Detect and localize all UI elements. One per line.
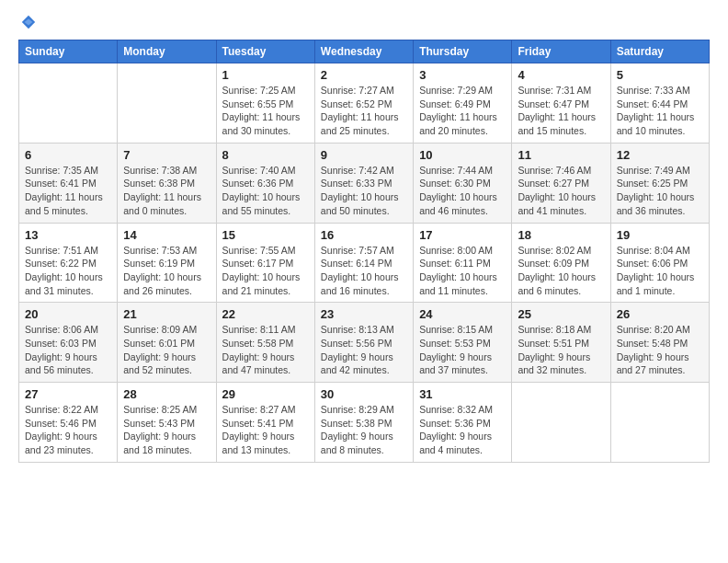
day-info: Sunrise: 8:13 AMSunset: 5:56 PMDaylight:… — [321, 323, 407, 377]
logo — [18, 14, 37, 30]
day-cell: 10Sunrise: 7:44 AMSunset: 6:30 PMDayligh… — [414, 143, 512, 223]
day-cell: 8Sunrise: 7:40 AMSunset: 6:36 PMDaylight… — [216, 143, 314, 223]
day-number: 13 — [25, 228, 111, 242]
day-info: Sunrise: 7:29 AMSunset: 6:49 PMDaylight:… — [419, 84, 506, 138]
day-info: Sunrise: 8:32 AMSunset: 5:36 PMDaylight:… — [419, 403, 506, 457]
day-info: Sunrise: 8:25 AMSunset: 5:43 PMDaylight:… — [123, 403, 210, 457]
weekday-header-saturday: Saturday — [610, 40, 709, 63]
day-cell: 16Sunrise: 7:57 AMSunset: 6:14 PMDayligh… — [314, 223, 413, 303]
day-info: Sunrise: 7:33 AMSunset: 6:44 PMDaylight:… — [617, 84, 703, 138]
day-cell: 21Sunrise: 8:09 AMSunset: 6:01 PMDayligh… — [118, 303, 216, 383]
day-cell: 18Sunrise: 8:02 AMSunset: 6:09 PMDayligh… — [512, 223, 610, 303]
day-cell: 28Sunrise: 8:25 AMSunset: 5:43 PMDayligh… — [118, 383, 216, 463]
day-cell: 29Sunrise: 8:27 AMSunset: 5:41 PMDayligh… — [216, 383, 314, 463]
day-number: 26 — [617, 307, 703, 321]
week-row-3: 13Sunrise: 7:51 AMSunset: 6:22 PMDayligh… — [19, 223, 710, 303]
day-cell — [610, 383, 709, 463]
day-cell — [19, 63, 118, 144]
day-info: Sunrise: 7:42 AMSunset: 6:33 PMDaylight:… — [321, 164, 407, 218]
day-number: 21 — [123, 307, 210, 321]
day-cell: 12Sunrise: 7:49 AMSunset: 6:25 PMDayligh… — [610, 143, 709, 223]
weekday-header-monday: Monday — [118, 40, 216, 63]
day-number: 2 — [321, 68, 407, 82]
day-cell: 7Sunrise: 7:38 AMSunset: 6:38 PMDaylight… — [118, 143, 216, 223]
day-number: 29 — [222, 387, 309, 401]
day-cell: 31Sunrise: 8:32 AMSunset: 5:36 PMDayligh… — [414, 383, 512, 463]
day-cell: 4Sunrise: 7:31 AMSunset: 6:47 PMDaylight… — [512, 63, 610, 144]
day-info: Sunrise: 8:20 AMSunset: 5:48 PMDaylight:… — [617, 323, 703, 377]
day-number: 3 — [419, 68, 506, 82]
day-number: 15 — [222, 228, 309, 242]
day-info: Sunrise: 8:18 AMSunset: 5:51 PMDaylight:… — [518, 323, 604, 377]
day-cell: 27Sunrise: 8:22 AMSunset: 5:46 PMDayligh… — [19, 383, 118, 463]
day-info: Sunrise: 7:25 AMSunset: 6:55 PMDaylight:… — [222, 84, 309, 138]
day-cell: 14Sunrise: 7:53 AMSunset: 6:19 PMDayligh… — [118, 223, 216, 303]
day-cell: 15Sunrise: 7:55 AMSunset: 6:17 PMDayligh… — [216, 223, 314, 303]
day-number: 16 — [321, 228, 407, 242]
day-number: 20 — [25, 307, 111, 321]
day-cell: 13Sunrise: 7:51 AMSunset: 6:22 PMDayligh… — [19, 223, 118, 303]
weekday-header-thursday: Thursday — [414, 40, 512, 63]
day-number: 18 — [518, 228, 604, 242]
day-info: Sunrise: 7:53 AMSunset: 6:19 PMDaylight:… — [123, 244, 210, 298]
weekday-header-wednesday: Wednesday — [314, 40, 413, 63]
day-info: Sunrise: 8:09 AMSunset: 6:01 PMDaylight:… — [123, 323, 210, 377]
day-number: 27 — [25, 387, 111, 401]
day-number: 9 — [321, 148, 407, 162]
day-cell: 30Sunrise: 8:29 AMSunset: 5:38 PMDayligh… — [314, 383, 413, 463]
day-cell: 5Sunrise: 7:33 AMSunset: 6:44 PMDaylight… — [610, 63, 709, 144]
day-number: 22 — [222, 307, 309, 321]
day-info: Sunrise: 8:11 AMSunset: 5:58 PMDaylight:… — [222, 323, 309, 377]
calendar-body: 1Sunrise: 7:25 AMSunset: 6:55 PMDaylight… — [19, 63, 710, 463]
calendar-table: SundayMondayTuesdayWednesdayThursdayFrid… — [18, 40, 710, 463]
day-info: Sunrise: 7:55 AMSunset: 6:17 PMDaylight:… — [222, 244, 309, 298]
day-cell: 1Sunrise: 7:25 AMSunset: 6:55 PMDaylight… — [216, 63, 314, 144]
day-number: 30 — [321, 387, 407, 401]
day-number: 11 — [518, 148, 604, 162]
day-cell: 25Sunrise: 8:18 AMSunset: 5:51 PMDayligh… — [512, 303, 610, 383]
day-info: Sunrise: 7:46 AMSunset: 6:27 PMDaylight:… — [518, 164, 604, 218]
day-cell: 23Sunrise: 8:13 AMSunset: 5:56 PMDayligh… — [314, 303, 413, 383]
day-number: 14 — [123, 228, 210, 242]
day-cell: 26Sunrise: 8:20 AMSunset: 5:48 PMDayligh… — [610, 303, 709, 383]
week-row-5: 27Sunrise: 8:22 AMSunset: 5:46 PMDayligh… — [19, 383, 710, 463]
header — [18, 14, 710, 30]
day-number: 19 — [617, 228, 703, 242]
day-cell: 3Sunrise: 7:29 AMSunset: 6:49 PMDaylight… — [414, 63, 512, 144]
day-info: Sunrise: 7:51 AMSunset: 6:22 PMDaylight:… — [25, 244, 111, 298]
day-cell: 17Sunrise: 8:00 AMSunset: 6:11 PMDayligh… — [414, 223, 512, 303]
page: SundayMondayTuesdayWednesdayThursdayFrid… — [0, 0, 728, 563]
weekday-row: SundayMondayTuesdayWednesdayThursdayFrid… — [19, 40, 710, 63]
day-number: 1 — [222, 68, 309, 82]
day-info: Sunrise: 8:04 AMSunset: 6:06 PMDaylight:… — [617, 244, 703, 298]
day-info: Sunrise: 8:02 AMSunset: 6:09 PMDaylight:… — [518, 244, 604, 298]
day-cell: 9Sunrise: 7:42 AMSunset: 6:33 PMDaylight… — [314, 143, 413, 223]
day-number: 7 — [123, 148, 210, 162]
day-info: Sunrise: 7:40 AMSunset: 6:36 PMDaylight:… — [222, 164, 309, 218]
day-cell: 24Sunrise: 8:15 AMSunset: 5:53 PMDayligh… — [414, 303, 512, 383]
day-info: Sunrise: 7:49 AMSunset: 6:25 PMDaylight:… — [617, 164, 703, 218]
day-info: Sunrise: 7:57 AMSunset: 6:14 PMDaylight:… — [321, 244, 407, 298]
day-number: 23 — [321, 307, 407, 321]
day-number: 24 — [419, 307, 506, 321]
weekday-header-friday: Friday — [512, 40, 610, 63]
day-number: 31 — [419, 387, 506, 401]
day-info: Sunrise: 8:15 AMSunset: 5:53 PMDaylight:… — [419, 323, 506, 377]
day-cell: 6Sunrise: 7:35 AMSunset: 6:41 PMDaylight… — [19, 143, 118, 223]
day-number: 25 — [518, 307, 604, 321]
day-cell: 11Sunrise: 7:46 AMSunset: 6:27 PMDayligh… — [512, 143, 610, 223]
weekday-header-sunday: Sunday — [19, 40, 118, 63]
day-number: 5 — [617, 68, 703, 82]
day-info: Sunrise: 7:44 AMSunset: 6:30 PMDaylight:… — [419, 164, 506, 218]
day-info: Sunrise: 8:29 AMSunset: 5:38 PMDaylight:… — [321, 403, 407, 457]
week-row-4: 20Sunrise: 8:06 AMSunset: 6:03 PMDayligh… — [19, 303, 710, 383]
calendar-header: SundayMondayTuesdayWednesdayThursdayFrid… — [19, 40, 710, 63]
day-number: 10 — [419, 148, 506, 162]
day-cell: 20Sunrise: 8:06 AMSunset: 6:03 PMDayligh… — [19, 303, 118, 383]
day-cell: 19Sunrise: 8:04 AMSunset: 6:06 PMDayligh… — [610, 223, 709, 303]
day-cell: 2Sunrise: 7:27 AMSunset: 6:52 PMDaylight… — [314, 63, 413, 144]
day-info: Sunrise: 7:27 AMSunset: 6:52 PMDaylight:… — [321, 84, 407, 138]
day-cell: 22Sunrise: 8:11 AMSunset: 5:58 PMDayligh… — [216, 303, 314, 383]
day-info: Sunrise: 7:31 AMSunset: 6:47 PMDaylight:… — [518, 84, 604, 138]
weekday-header-tuesday: Tuesday — [216, 40, 314, 63]
